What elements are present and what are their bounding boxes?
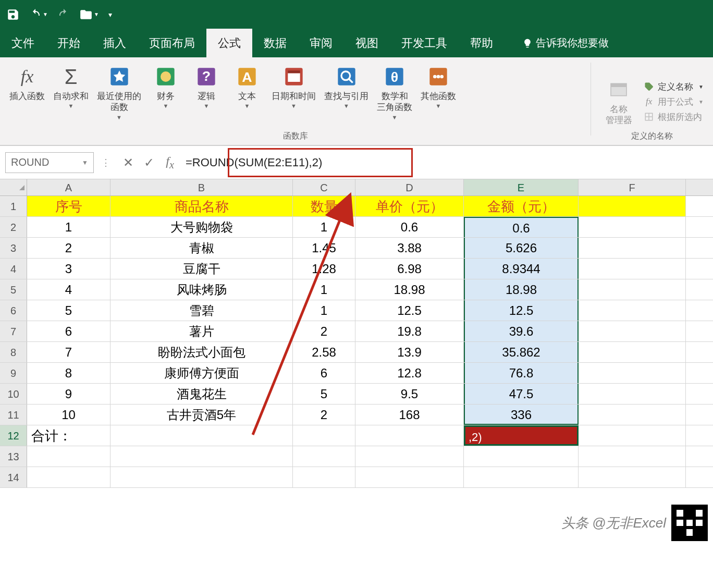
cancel-formula-button[interactable]: ✕ — [118, 155, 139, 170]
cell[interactable]: 4 — [27, 279, 110, 300]
cell[interactable]: 1 — [27, 217, 110, 237]
cell-selected[interactable]: 18.98 — [464, 279, 579, 300]
cell[interactable]: 大号购物袋 — [110, 217, 293, 237]
cell[interactable] — [579, 384, 686, 404]
row-header[interactable]: 14 — [0, 467, 27, 487]
tab-data[interactable]: 数据 — [252, 29, 298, 57]
cell[interactable]: 18.98 — [355, 279, 464, 300]
datetime-button[interactable]: 日期和时间 ▼ — [267, 63, 320, 123]
cell-selected[interactable]: 8.9344 — [464, 259, 579, 279]
header-cell[interactable]: 序号 — [27, 196, 110, 216]
cell[interactable] — [27, 467, 110, 487]
recent-functions-button[interactable]: 最近使用的 函数 ▼ — [93, 63, 145, 123]
cell[interactable]: 2 — [293, 405, 355, 425]
cell[interactable] — [355, 425, 464, 446]
cell[interactable]: 1 — [293, 300, 355, 321]
cell[interactable]: 5 — [27, 300, 110, 321]
cell[interactable] — [579, 217, 686, 237]
row-header[interactable]: 12 — [0, 425, 27, 446]
cell[interactable] — [579, 405, 686, 425]
cell[interactable]: 6.98 — [355, 259, 464, 279]
cell[interactable]: 2 — [27, 238, 110, 258]
col-header-E[interactable]: E — [464, 179, 579, 195]
row-header[interactable]: 10 — [0, 384, 27, 404]
expand-handle-icon[interactable]: ⋮ — [94, 157, 118, 168]
tab-formulas[interactable]: 公式 — [206, 29, 252, 57]
row-header[interactable]: 5 — [0, 279, 27, 300]
header-cell[interactable]: 数量 — [293, 196, 355, 216]
math-button[interactable]: θ 数学和 三角函数 ▼ — [373, 63, 416, 123]
cell[interactable] — [579, 425, 686, 446]
other-functions-button[interactable]: 其他函数 ▼ — [416, 63, 460, 123]
tab-help[interactable]: 帮助 — [459, 29, 505, 57]
cell[interactable]: 酒鬼花生 — [110, 384, 293, 404]
cell[interactable] — [579, 259, 686, 279]
tab-pagelayout[interactable]: 页面布局 — [138, 29, 206, 57]
cell-selected[interactable]: 5.626 — [464, 238, 579, 258]
tab-file[interactable]: 文件 — [0, 29, 46, 57]
header-cell[interactable]: 单价（元） — [355, 196, 464, 216]
cell[interactable] — [293, 446, 355, 467]
cell-selected[interactable]: 12.5 — [464, 300, 579, 321]
col-header-A[interactable]: A — [27, 179, 110, 195]
cell[interactable]: 12.8 — [355, 363, 464, 383]
tell-me-search[interactable]: 告诉我你想要做 — [515, 29, 616, 57]
cell-selected[interactable]: 47.5 — [464, 384, 579, 404]
cell[interactable]: 5 — [293, 384, 355, 404]
cell[interactable]: 1.45 — [293, 238, 355, 258]
row-header[interactable]: 6 — [0, 300, 27, 321]
insert-function-button[interactable]: fx 插入函数 — [5, 63, 49, 123]
cell[interactable]: 10 — [27, 405, 110, 425]
cell-selected[interactable]: 76.8 — [464, 363, 579, 383]
cell[interactable]: 薯片 — [110, 321, 293, 341]
text-button[interactable]: A 文本 ▼ — [227, 63, 267, 123]
cell[interactable]: 风味烤肠 — [110, 279, 293, 300]
chevron-down-icon[interactable]: ▼ — [82, 159, 88, 166]
enter-formula-button[interactable]: ✓ — [139, 155, 159, 170]
col-header-F[interactable]: F — [579, 179, 686, 195]
cell[interactable]: 2 — [293, 321, 355, 341]
cell[interactable] — [293, 425, 355, 446]
cell[interactable]: 12.5 — [355, 300, 464, 321]
autosum-button[interactable]: Σ 自动求和 ▼ — [49, 63, 93, 123]
header-cell[interactable] — [579, 196, 686, 216]
cell[interactable]: 168 — [355, 405, 464, 425]
col-header-B[interactable]: B — [110, 179, 293, 195]
col-header-C[interactable]: C — [293, 179, 355, 195]
cell[interactable]: 古井贡酒5年 — [110, 405, 293, 425]
create-from-selection-button[interactable]: 根据所选内 — [641, 110, 706, 124]
row-header[interactable]: 9 — [0, 363, 27, 383]
cell[interactable] — [579, 321, 686, 341]
cell[interactable]: 8 — [27, 363, 110, 383]
save-icon[interactable] — [6, 8, 20, 21]
cell[interactable] — [579, 467, 686, 487]
row-header[interactable]: 3 — [0, 238, 27, 258]
row-header[interactable]: 13 — [0, 446, 27, 467]
cell[interactable] — [110, 446, 293, 467]
cell[interactable]: 雪碧 — [110, 300, 293, 321]
cell[interactable]: 9 — [27, 384, 110, 404]
tab-review[interactable]: 审阅 — [298, 29, 344, 57]
cell-selected[interactable]: 0.6 — [464, 217, 579, 237]
redo-icon[interactable] — [57, 8, 70, 21]
cell-selected[interactable]: 336 — [464, 405, 579, 425]
use-in-formula-button[interactable]: fx 用于公式▼ — [641, 95, 706, 109]
lookup-button[interactable]: 查找与引用 ▼ — [320, 63, 373, 123]
row-header[interactable]: 8 — [0, 342, 27, 362]
spreadsheet-grid[interactable]: A B C D E F 1 序号 商品名称 数量 单价（元） 金额（元） 21大… — [0, 179, 713, 488]
cell[interactable] — [579, 238, 686, 258]
cell[interactable]: 3.88 — [355, 238, 464, 258]
cell[interactable]: 0.6 — [355, 217, 464, 237]
cell[interactable]: 6 — [293, 363, 355, 383]
cell[interactable]: 6 — [27, 321, 110, 341]
fx-icon[interactable]: fx — [159, 154, 180, 171]
logical-button[interactable]: ? 逻辑 ▼ — [186, 63, 227, 123]
cell[interactable]: 2.58 — [293, 342, 355, 362]
cell[interactable]: 1 — [293, 217, 355, 237]
cell[interactable]: 康师傅方便面 — [110, 363, 293, 383]
tab-insert[interactable]: 插入 — [92, 29, 138, 57]
col-header-D[interactable]: D — [355, 179, 464, 195]
cell[interactable]: 盼盼法式小面包 — [110, 342, 293, 362]
tab-developer[interactable]: 开发工具 — [390, 29, 459, 57]
cell[interactable] — [464, 446, 579, 467]
